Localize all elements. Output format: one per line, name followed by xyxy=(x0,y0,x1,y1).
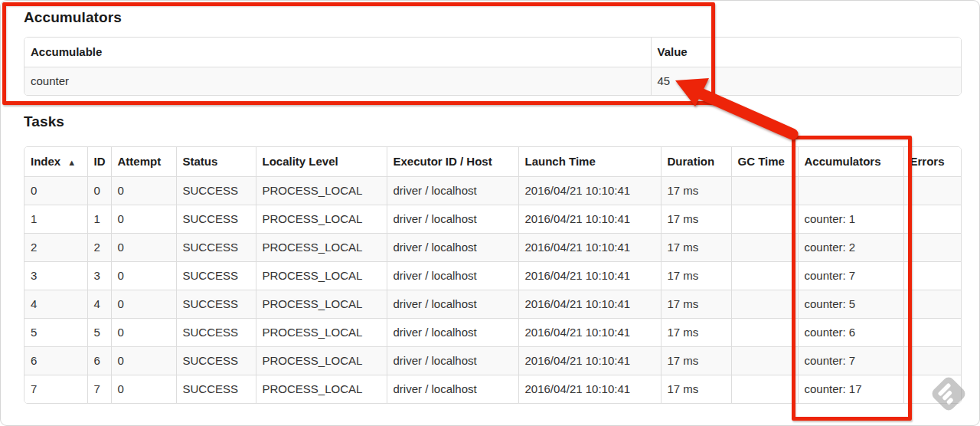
task-cell-status: SUCCESS xyxy=(176,318,256,346)
task-cell-gc_time xyxy=(731,261,798,290)
task-row: 110SUCCESSPROCESS_LOCALdriver / localhos… xyxy=(24,205,961,233)
task-cell-locality_level: PROCESS_LOCAL xyxy=(256,233,387,261)
task-cell-index: 1 xyxy=(24,205,87,233)
task-cell-executor_id_host: driver / localhost xyxy=(387,205,518,233)
task-row: 550SUCCESSPROCESS_LOCALdriver / localhos… xyxy=(24,318,961,346)
task-cell-duration: 17 ms xyxy=(661,290,731,318)
task-cell-id: 5 xyxy=(87,318,111,346)
task-cell-errors xyxy=(903,375,961,403)
task-cell-duration: 17 ms xyxy=(661,346,731,375)
task-cell-executor_id_host: driver / localhost xyxy=(387,261,518,290)
tasks-column-header-locality_level[interactable]: Locality Level xyxy=(256,147,387,176)
task-cell-status: SUCCESS xyxy=(176,233,256,261)
accumulators-section-heading: Accumulators xyxy=(24,9,122,26)
tasks-column-header-gc_time[interactable]: GC Time xyxy=(731,147,798,176)
accumulable-header-row: Accumulable Value xyxy=(24,38,961,67)
task-cell-id: 2 xyxy=(87,233,111,261)
task-cell-accumulators: counter: 6 xyxy=(798,318,903,346)
task-cell-index: 5 xyxy=(24,318,87,346)
task-cell-attempt: 0 xyxy=(111,233,176,261)
task-row: 440SUCCESSPROCESS_LOCALdriver / localhos… xyxy=(24,290,961,318)
task-cell-launch_time: 2016/04/21 10:10:41 xyxy=(518,233,661,261)
task-cell-id: 4 xyxy=(87,290,111,318)
task-cell-errors xyxy=(903,290,961,318)
tasks-table-body: 000SUCCESSPROCESS_LOCALdriver / localhos… xyxy=(24,176,961,403)
task-cell-index: 2 xyxy=(24,233,87,261)
task-cell-launch_time: 2016/04/21 10:10:41 xyxy=(518,261,661,290)
task-row: 000SUCCESSPROCESS_LOCALdriver / localhos… xyxy=(24,176,961,205)
tasks-column-header-accumulators[interactable]: Accumulators xyxy=(798,147,903,176)
task-cell-errors xyxy=(903,176,961,205)
task-cell-id: 1 xyxy=(87,205,111,233)
task-cell-index: 3 xyxy=(24,261,87,290)
task-cell-status: SUCCESS xyxy=(176,290,256,318)
task-cell-accumulators: counter: 5 xyxy=(798,290,903,318)
task-cell-locality_level: PROCESS_LOCAL xyxy=(256,375,387,403)
task-cell-executor_id_host: driver / localhost xyxy=(387,346,518,375)
task-row: 660SUCCESSPROCESS_LOCALdriver / localhos… xyxy=(24,346,961,375)
task-cell-duration: 17 ms xyxy=(661,205,731,233)
tasks-table: Index▲IDAttemptStatusLocality LevelExecu… xyxy=(24,146,962,404)
task-cell-attempt: 0 xyxy=(111,375,176,403)
tasks-column-header-errors[interactable]: Errors xyxy=(903,147,961,176)
task-row: 220SUCCESSPROCESS_LOCALdriver / localhos… xyxy=(24,233,961,261)
task-cell-launch_time: 2016/04/21 10:10:41 xyxy=(518,176,661,205)
tasks-column-header-index[interactable]: Index▲ xyxy=(24,147,87,176)
task-cell-gc_time xyxy=(731,318,798,346)
tasks-column-header-executor_id_host[interactable]: Executor ID / Host xyxy=(387,147,518,176)
task-cell-gc_time xyxy=(731,375,798,403)
task-cell-id: 7 xyxy=(87,375,111,403)
task-row: 770SUCCESSPROCESS_LOCALdriver / localhos… xyxy=(24,375,961,403)
task-cell-status: SUCCESS xyxy=(176,205,256,233)
task-cell-errors xyxy=(903,346,961,375)
task-cell-accumulators: counter: 7 xyxy=(798,346,903,375)
task-cell-duration: 17 ms xyxy=(661,318,731,346)
task-cell-accumulators: counter: 2 xyxy=(798,233,903,261)
tasks-section-heading: Tasks xyxy=(24,113,64,130)
tasks-column-header-attempt[interactable]: Attempt xyxy=(111,147,176,176)
task-cell-accumulators: counter: 1 xyxy=(798,205,903,233)
spark-ui-stage-page: Accumulators Accumulable Value counter 4… xyxy=(0,0,980,426)
task-cell-duration: 17 ms xyxy=(661,176,731,205)
task-cell-executor_id_host: driver / localhost xyxy=(387,176,518,205)
task-cell-attempt: 0 xyxy=(111,261,176,290)
task-cell-accumulators: counter: 17 xyxy=(798,375,903,403)
task-cell-attempt: 0 xyxy=(111,205,176,233)
tasks-column-header-id[interactable]: ID xyxy=(87,147,111,176)
task-cell-executor_id_host: driver / localhost xyxy=(387,375,518,403)
task-cell-index: 7 xyxy=(24,375,87,403)
task-cell-launch_time: 2016/04/21 10:10:41 xyxy=(518,318,661,346)
task-cell-index: 6 xyxy=(24,346,87,375)
value-column-header: Value xyxy=(651,38,961,67)
task-cell-accumulators xyxy=(798,176,903,205)
accumulable-name-cell: counter xyxy=(24,67,651,95)
task-cell-status: SUCCESS xyxy=(176,375,256,403)
accumulable-table: Accumulable Value counter 45 xyxy=(24,37,962,96)
task-cell-executor_id_host: driver / localhost xyxy=(387,233,518,261)
task-cell-errors xyxy=(903,205,961,233)
task-cell-status: SUCCESS xyxy=(176,346,256,375)
task-row: 330SUCCESSPROCESS_LOCALdriver / localhos… xyxy=(24,261,961,290)
task-cell-gc_time xyxy=(731,346,798,375)
task-cell-index: 4 xyxy=(24,290,87,318)
tasks-column-header-launch_time[interactable]: Launch Time xyxy=(518,147,661,176)
task-cell-gc_time xyxy=(731,205,798,233)
tasks-column-header-status[interactable]: Status xyxy=(176,147,256,176)
task-cell-status: SUCCESS xyxy=(176,261,256,290)
tasks-column-header-duration[interactable]: Duration xyxy=(661,147,731,176)
task-cell-attempt: 0 xyxy=(111,176,176,205)
task-cell-launch_time: 2016/04/21 10:10:41 xyxy=(518,375,661,403)
task-cell-executor_id_host: driver / localhost xyxy=(387,290,518,318)
accumulable-row: counter 45 xyxy=(24,67,961,95)
task-cell-attempt: 0 xyxy=(111,290,176,318)
task-cell-accumulators: counter: 7 xyxy=(798,261,903,290)
task-cell-launch_time: 2016/04/21 10:10:41 xyxy=(518,290,661,318)
task-cell-gc_time xyxy=(731,233,798,261)
task-cell-locality_level: PROCESS_LOCAL xyxy=(256,290,387,318)
task-cell-locality_level: PROCESS_LOCAL xyxy=(256,176,387,205)
sort-ascending-icon: ▲ xyxy=(67,158,76,167)
task-cell-status: SUCCESS xyxy=(176,176,256,205)
task-cell-duration: 17 ms xyxy=(661,233,731,261)
task-cell-errors xyxy=(903,318,961,346)
task-cell-duration: 17 ms xyxy=(661,375,731,403)
